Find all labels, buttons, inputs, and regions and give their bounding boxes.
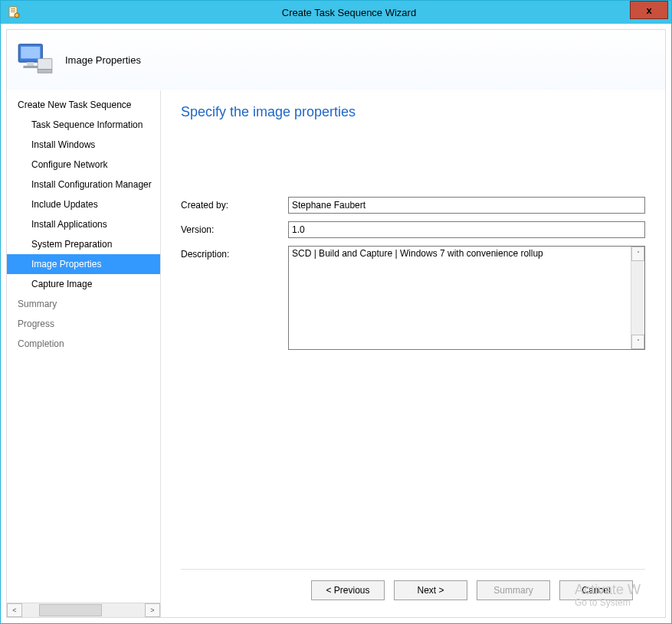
summary-button[interactable]: Summary bbox=[477, 580, 550, 600]
scroll-track[interactable] bbox=[22, 603, 145, 617]
scroll-right-button[interactable]: > bbox=[145, 603, 160, 617]
input-description[interactable] bbox=[289, 247, 631, 349]
svg-rect-10 bbox=[38, 70, 52, 74]
svg-rect-1 bbox=[11, 8, 15, 9]
input-created-by[interactable] bbox=[288, 197, 645, 214]
scroll-up-button[interactable]: ˄ bbox=[631, 247, 644, 261]
scroll-track-v[interactable] bbox=[631, 261, 644, 335]
form: Created by: Version: Description: bbox=[181, 197, 645, 358]
title-bar: Create Task Sequence Wizard x bbox=[1, 1, 671, 24]
scroll-down-button[interactable]: ˅ bbox=[631, 335, 644, 349]
content-heading: Specify the image properties bbox=[181, 104, 645, 120]
description-scrollbar[interactable]: ˄ ˅ bbox=[631, 247, 644, 349]
monitor-icon bbox=[16, 41, 54, 79]
wizard-body: Create New Task SequenceTask Sequence In… bbox=[7, 90, 665, 617]
nav-item-install-configuration-manager[interactable]: Install Configuration Manager bbox=[7, 175, 160, 194]
nav-item-summary[interactable]: Summary bbox=[7, 294, 160, 314]
row-version: Version: bbox=[181, 221, 645, 238]
scroll-left-button[interactable]: < bbox=[7, 603, 22, 617]
content-pane: Specify the image properties Created by:… bbox=[161, 90, 665, 617]
page-title: Image Properties bbox=[65, 54, 141, 66]
svg-rect-6 bbox=[21, 47, 40, 59]
row-description: Description: ˄ ˅ bbox=[181, 246, 645, 350]
window-client: Image Properties Create New Task Sequenc… bbox=[1, 24, 671, 623]
wizard-frame: Image Properties Create New Task Sequenc… bbox=[6, 29, 666, 618]
svg-rect-9 bbox=[38, 58, 52, 69]
nav-item-capture-image[interactable]: Capture Image bbox=[7, 274, 160, 294]
nav-item-include-updates[interactable]: Include Updates bbox=[7, 194, 160, 214]
close-icon: x bbox=[646, 5, 651, 16]
cancel-button[interactable]: Cancel bbox=[559, 580, 633, 600]
nav-item-completion[interactable]: Completion bbox=[7, 334, 160, 354]
sidebar-scrollbar[interactable]: < > bbox=[7, 603, 160, 617]
svg-rect-2 bbox=[11, 10, 15, 11]
close-button[interactable]: x bbox=[630, 1, 668, 19]
input-version[interactable] bbox=[288, 221, 645, 238]
scroll-thumb[interactable] bbox=[39, 604, 102, 616]
label-created-by: Created by: bbox=[181, 197, 288, 211]
nav-item-install-applications[interactable]: Install Applications bbox=[7, 214, 160, 234]
window-title: Create Task Sequence Wizard bbox=[27, 7, 671, 18]
description-box: ˄ ˅ bbox=[288, 246, 645, 350]
svg-rect-8 bbox=[23, 66, 38, 68]
previous-button[interactable]: < Previous bbox=[311, 580, 385, 600]
nav-sidebar: Create New Task SequenceTask Sequence In… bbox=[7, 90, 161, 617]
svg-rect-3 bbox=[11, 11, 15, 12]
nav-item-task-sequence-information[interactable]: Task Sequence Information bbox=[7, 115, 160, 135]
nav-item-install-windows[interactable]: Install Windows bbox=[7, 135, 160, 155]
nav-item-system-preparation[interactable]: System Preparation bbox=[7, 234, 160, 254]
nav-item-progress[interactable]: Progress bbox=[7, 314, 160, 334]
row-created-by: Created by: bbox=[181, 197, 645, 214]
wizard-header: Image Properties bbox=[7, 30, 665, 90]
footer-bar: < Previous Next > Summary Cancel Activat… bbox=[181, 569, 645, 611]
nav-item-configure-network[interactable]: Configure Network bbox=[7, 155, 160, 175]
svg-point-4 bbox=[15, 13, 19, 18]
nav-list: Create New Task SequenceTask Sequence In… bbox=[7, 90, 160, 603]
label-version: Version: bbox=[181, 221, 288, 235]
svg-rect-7 bbox=[27, 62, 34, 66]
wizard-window: Create Task Sequence Wizard x Image Prop… bbox=[0, 0, 672, 624]
nav-item-create-new-task-sequence[interactable]: Create New Task Sequence bbox=[7, 95, 160, 115]
window-icon bbox=[1, 6, 27, 18]
next-button[interactable]: Next > bbox=[394, 580, 467, 600]
label-description: Description: bbox=[181, 246, 288, 260]
nav-item-image-properties[interactable]: Image Properties bbox=[7, 254, 160, 274]
